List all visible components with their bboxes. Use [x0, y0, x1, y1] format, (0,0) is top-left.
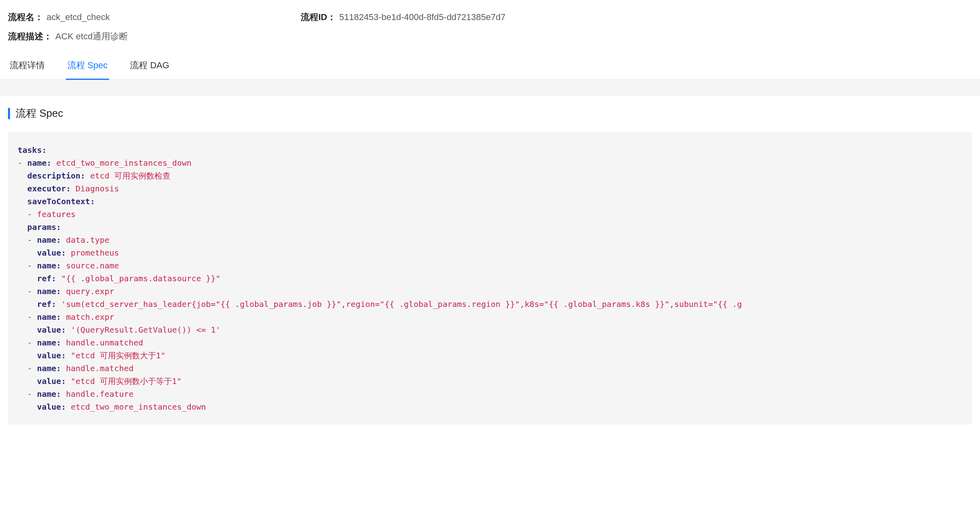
- tab-spec[interactable]: 流程 Spec: [66, 54, 109, 80]
- code-value: handle.unmatched: [66, 338, 143, 347]
- code-value: etcd_two_more_instances_down: [56, 158, 191, 168]
- code-value: prometheus: [71, 248, 119, 258]
- code-value: '(QueryResult.GetValue()) <= 1': [71, 325, 220, 335]
- flow-desc-label: 流程描述：: [8, 30, 52, 43]
- code-key: params:: [27, 222, 61, 232]
- flow-id-field: 流程ID： 51182453-be1d-400d-8fd5-dd721385e7…: [301, 11, 506, 23]
- code-value: match.expr: [66, 312, 114, 322]
- code-dash: -: [18, 158, 22, 168]
- code-value: "etcd 可用实例数小于等于1": [71, 376, 181, 386]
- code-value: query.expr: [66, 286, 114, 296]
- code-value: "etcd 可用实例数大于1": [71, 351, 165, 360]
- code-key: value:: [37, 376, 66, 386]
- code-key: value:: [37, 325, 66, 335]
- code-dash: -: [27, 364, 32, 373]
- code-dash: -: [27, 235, 32, 245]
- code-key: name:: [37, 338, 61, 347]
- code-key: name:: [27, 158, 51, 168]
- code-dash: -: [27, 338, 32, 347]
- code-key: name:: [37, 261, 61, 270]
- code-value: 'sum(etcd_server_has_leader{job="{{ .glo…: [61, 299, 742, 309]
- code-key: ref:: [37, 299, 56, 309]
- tab-detail[interactable]: 流程详情: [8, 54, 47, 80]
- code-value: handle.feature: [66, 389, 134, 399]
- flow-name-value: ack_etcd_check: [47, 12, 110, 22]
- code-value: "{{ .global_params.datasource }}": [61, 274, 220, 283]
- spec-codeblock: tasks: - name: etcd_two_more_instances_d…: [8, 132, 972, 424]
- code-value: data.type: [66, 235, 109, 245]
- flow-name-field: 流程名： ack_etcd_check: [8, 11, 301, 23]
- section-title-text: 流程 Spec: [16, 106, 63, 120]
- code-key: value:: [37, 402, 66, 412]
- code-key: name:: [37, 312, 61, 322]
- code-dash: -: [27, 261, 32, 270]
- code-dash: -: [27, 312, 32, 322]
- tab-bar: 流程详情 流程 Spec 流程 DAG: [0, 54, 980, 80]
- flow-desc-value: ACK etcd通用诊断: [55, 30, 128, 43]
- code-dash: -: [27, 209, 32, 219]
- code-key: tasks:: [18, 145, 47, 155]
- code-key: ref:: [37, 274, 56, 283]
- flow-id-label: 流程ID：: [301, 11, 336, 23]
- page-header: 流程名： ack_etcd_check 流程ID： 51182453-be1d-…: [0, 0, 980, 43]
- code-key: executor:: [27, 184, 71, 193]
- code-key: value:: [37, 248, 66, 258]
- flow-desc-field: 流程描述： ACK etcd通用诊断: [8, 30, 128, 43]
- code-value: etcd_two_more_instances_down: [71, 402, 206, 412]
- code-key: saveToContext:: [27, 197, 95, 206]
- code-value: source.name: [66, 261, 119, 270]
- code-key: value:: [37, 351, 66, 360]
- tab-dag[interactable]: 流程 DAG: [128, 54, 171, 80]
- code-key: description:: [27, 171, 85, 181]
- code-dash: -: [27, 286, 32, 296]
- code-value: handle.matched: [66, 364, 134, 373]
- section-title: 流程 Spec: [8, 104, 972, 120]
- code-value: etcd 可用实例数检查: [90, 171, 170, 181]
- flow-id-value: 51182453-be1d-400d-8fd5-dd721385e7d7: [339, 12, 506, 22]
- flow-name-label: 流程名：: [8, 11, 43, 23]
- content-area: 流程 Spec tasks: - name: etcd_two_more_ins…: [0, 96, 980, 424]
- code-dash: -: [27, 389, 32, 399]
- code-value: features: [37, 209, 75, 219]
- section-separator: [0, 80, 980, 96]
- code-key: name:: [37, 364, 61, 373]
- code-key: name:: [37, 235, 61, 245]
- code-key: name:: [37, 286, 61, 296]
- code-key: name:: [37, 389, 61, 399]
- code-value: Diagnosis: [76, 184, 119, 193]
